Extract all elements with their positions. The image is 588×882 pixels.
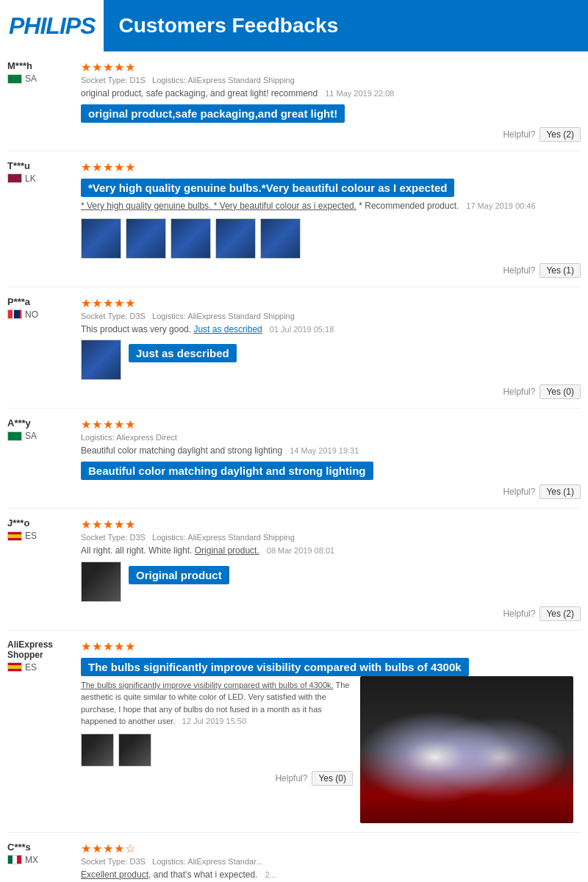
helpful-label: Helpful?: [503, 265, 535, 276]
reviewer-country: MX: [7, 855, 74, 865]
highlight-quote: original product,safe packaging,and grea…: [81, 104, 345, 123]
review-content: ★★★★★ Socket Type: D3S Logistics: AliExp…: [81, 517, 581, 621]
star-rating: ★★★★☆: [81, 842, 581, 856]
review-meta: Socket Type: D3S Logistics: AliExpress S…: [81, 312, 581, 320]
helpful-label: Helpful?: [275, 773, 307, 784]
review-item: AliExpress Shopper ES ★★★★★ The bulbs si…: [7, 631, 581, 833]
review-images: [81, 734, 353, 767]
flag-icon: [7, 855, 22, 864]
review-content: ★★★★★ *Very high quality genuine bulbs.*…: [81, 160, 581, 278]
reviewer-country: SA: [7, 431, 74, 441]
helpful-button[interactable]: Yes (1): [539, 484, 581, 499]
highlight-quote: Just as described: [129, 344, 237, 362]
helpful-button[interactable]: Yes (0): [539, 384, 581, 399]
helpful-row: Helpful? Yes (0): [81, 384, 581, 399]
review-text: * Very high quality genuine bulbs. * Ver…: [81, 200, 581, 212]
review-item: C***s MX ★★★★☆ Socket Type: D3S Logistic…: [7, 833, 581, 882]
review-content: ★★★★★ The bulbs significantly improve vi…: [81, 639, 573, 823]
review-date: 17 May 2019 00:46: [466, 201, 535, 210]
review-meta: Socket Type: D3S Logistics: AliExpress S…: [81, 857, 581, 866]
helpful-row: Helpful? Yes (2): [81, 127, 581, 142]
review-item: J***o ES ★★★★★ Socket Type: D3S Logistic…: [7, 509, 581, 631]
review-item: M***h SA ★★★★★ Socket Type: D1S Logistic…: [7, 51, 581, 151]
country-code: SA: [25, 74, 37, 84]
reviewer-name: AliExpress Shopper: [7, 639, 74, 660]
reviewer-country: ES: [7, 531, 74, 541]
review-thumb[interactable]: [81, 734, 114, 767]
country-code: MX: [25, 855, 38, 865]
country-code: NO: [25, 309, 38, 320]
review-text: Beautiful color matching daylight and st…: [81, 445, 581, 457]
helpful-button[interactable]: Yes (2): [539, 606, 581, 621]
reviewer-country: LK: [7, 173, 74, 184]
reviews-list: M***h SA ★★★★★ Socket Type: D1S Logistic…: [0, 51, 588, 882]
review-date: 08 Mar 2019 08:01: [267, 546, 334, 555]
reviewer-info: A***y SA: [7, 417, 74, 499]
brand-logo: PHILIPS: [0, 0, 104, 51]
reviewer-name: P***a: [7, 296, 74, 307]
helpful-row: Helpful? Yes (1): [81, 484, 581, 499]
car-headlight-image: [360, 676, 573, 823]
highlight-quote: Beautiful color matching daylight and st…: [81, 462, 373, 480]
highlight-quote: Original product: [129, 566, 229, 584]
review-thumb[interactable]: [118, 734, 151, 767]
review-thumb[interactable]: [126, 218, 166, 259]
review-text: original product, safe packaging, and gr…: [81, 87, 581, 100]
reviewer-name: C***s: [7, 842, 74, 853]
review-thumb[interactable]: [260, 218, 301, 259]
page-header: PHILIPS Customers Feedbacks: [0, 0, 588, 51]
flag-icon: [7, 74, 22, 84]
helpful-label: Helpful?: [503, 487, 535, 497]
review-thumb[interactable]: [81, 340, 121, 380]
highlight-quote: The bulbs significantly improve visibili…: [81, 658, 469, 676]
flag-icon: [7, 662, 22, 672]
review-meta: Socket Type: D3S Logistics: AliExpress S…: [81, 533, 581, 542]
helpful-row: Helpful? Yes (1): [81, 263, 581, 278]
star-rating: ★★★★★: [81, 60, 581, 74]
country-code: ES: [25, 662, 37, 673]
review-highlight-word: Just as described: [193, 324, 262, 334]
helpful-label: Helpful?: [503, 609, 535, 619]
review-underline: The bulbs significantly improve visibili…: [81, 681, 334, 689]
country-code: ES: [25, 531, 37, 541]
reviewer-name: J***o: [7, 517, 74, 528]
review-meta: Logistics: Aliexpress Direct: [81, 433, 581, 442]
review-thumb[interactable]: [171, 218, 211, 259]
review-meta: Socket Type: D1S Logistics: AliExpress S…: [81, 76, 581, 85]
star-rating: ★★★★★: [81, 417, 581, 431]
helpful-label: Helpful?: [503, 129, 535, 140]
review-thumb[interactable]: [81, 218, 121, 259]
helpful-button[interactable]: Yes (2): [539, 127, 581, 142]
review-content: ★★★★☆ Socket Type: D3S Logistics: AliExp…: [81, 842, 581, 882]
review-thumb[interactable]: [215, 218, 256, 259]
flag-icon: [7, 173, 22, 183]
reviewer-info: M***h SA: [7, 60, 74, 142]
review-text: All right. all right. White light. Origi…: [81, 545, 581, 557]
review-images: [81, 218, 581, 259]
review-date: 01 Jul 2019 05:18: [270, 325, 334, 334]
review-date: 2...: [265, 870, 276, 879]
review-thumb[interactable]: [81, 562, 121, 602]
review-item: T***u LK ★★★★★ *Very high quality genuin…: [7, 151, 581, 287]
reviewer-info: C***s MX: [7, 842, 74, 882]
helpful-button[interactable]: Yes (0): [312, 771, 353, 786]
philips-wordmark: PHILIPS: [9, 12, 95, 40]
country-code: LK: [25, 173, 36, 184]
reviewer-country: NO: [7, 309, 74, 320]
flag-icon: [7, 309, 22, 319]
reviewer-country: ES: [7, 662, 74, 673]
reviewer-info: T***u LK: [7, 160, 74, 278]
star-rating: ★★★★★: [81, 160, 581, 174]
reviewer-name: A***y: [7, 417, 74, 429]
review-date: 11 May 2019 22:08: [325, 89, 394, 98]
reviewer-name: T***u: [7, 160, 74, 171]
review-big-image[interactable]: [360, 676, 573, 823]
review-date: 14 May 2019 19:31: [290, 446, 359, 455]
reviewer-info: AliExpress Shopper ES: [7, 639, 74, 823]
review-text: This product was very good. Just as desc…: [81, 323, 581, 336]
reviewer-info: P***a NO: [7, 296, 74, 400]
review-date: 12 Jul 2019 15:50: [182, 717, 246, 725]
helpful-button[interactable]: Yes (1): [539, 263, 581, 278]
review-text: Excellent product, and that's what i exp…: [81, 869, 581, 881]
star-rating: ★★★★★: [81, 517, 581, 531]
